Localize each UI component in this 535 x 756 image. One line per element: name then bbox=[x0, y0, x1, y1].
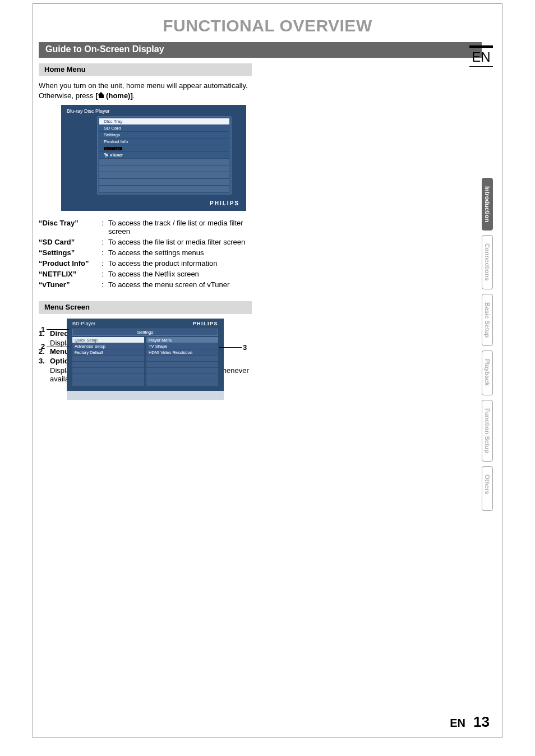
def-row: “SD Card”:To access the file list or med… bbox=[39, 238, 257, 246]
def-desc: To access the settings menus bbox=[108, 248, 257, 257]
definition-list: “Disc Tray”:To access the track / file l… bbox=[39, 219, 257, 289]
tv-header: Blu-ray Disc Player bbox=[61, 105, 246, 115]
tv-row-vtuner: 📡 vTuner bbox=[99, 152, 229, 159]
tv-row-product-info: Product Info bbox=[99, 139, 229, 145]
tv-row-empty bbox=[99, 165, 229, 172]
tv-row-empty bbox=[99, 159, 229, 165]
intro-home-label: (home)] bbox=[104, 91, 133, 100]
tv-brand: PHILIPS bbox=[61, 199, 246, 211]
tv-row-netflix: NETFLIX bbox=[99, 145, 229, 152]
footer-page-number: 13 bbox=[473, 713, 490, 731]
tab-function-setup[interactable]: Function Setup bbox=[482, 400, 493, 462]
menu-screen-screenshot: BD-Player PHILIPS Settings Quick Setup A… bbox=[67, 319, 224, 400]
intro-part-1: When you turn on the unit, home menu wil… bbox=[39, 81, 248, 100]
netflix-badge: NETFLIX bbox=[104, 147, 122, 150]
section-guide: Guide to On-Screen Display bbox=[39, 42, 482, 58]
def-term-netflix: “NETFLIX” bbox=[39, 270, 102, 278]
def-row: “NETFLIX”:To access the Netflix screen bbox=[39, 270, 257, 278]
menu-tv-brand: PHILIPS bbox=[192, 321, 218, 326]
tv-row-empty bbox=[99, 186, 229, 192]
menu-row-tv-shape: TV Shape bbox=[146, 343, 218, 349]
def-row: “Product Info”:To access the product inf… bbox=[39, 259, 257, 268]
def-row: “Disc Tray”:To access the track / file l… bbox=[39, 219, 257, 236]
def-desc: To access the product information bbox=[108, 259, 257, 268]
def-row: “Settings”:To access the settings menus bbox=[39, 248, 257, 257]
language-code: EN bbox=[472, 49, 490, 64]
menu-row-empty bbox=[72, 380, 144, 386]
menu-row-empty bbox=[146, 374, 218, 380]
menu-row-empty bbox=[146, 368, 218, 374]
tab-basic-setup[interactable]: Basic Setup bbox=[482, 294, 493, 346]
menu-row-hdmi: HDMI Video Resolution bbox=[146, 349, 218, 356]
menu-row-empty bbox=[146, 356, 218, 362]
side-tabs: Introduction Connections Basic Setup Pla… bbox=[482, 178, 493, 511]
tab-others[interactable]: Others bbox=[482, 466, 493, 511]
menu-row-empty bbox=[72, 374, 144, 380]
list-num-3: 3. bbox=[39, 357, 50, 365]
menu-row-player-menu: Player Menu bbox=[146, 337, 218, 343]
subsection-menu-screen: Menu Screen bbox=[39, 301, 252, 314]
def-term-disc-tray: “Disc Tray” bbox=[39, 219, 102, 227]
menu-row-empty bbox=[146, 362, 218, 368]
def-desc: To access the Netflix screen bbox=[108, 270, 257, 278]
vtuner-badge: 📡 vTuner bbox=[104, 153, 123, 158]
menu-footer-bar bbox=[67, 391, 224, 400]
page-title: FUNCTIONAL OVERVIEW bbox=[33, 16, 502, 35]
menu-row-advanced-setup: Advanced Setup bbox=[72, 343, 144, 349]
def-row: “vTuner”:To access the menu screen of vT… bbox=[39, 280, 257, 289]
home-menu-screenshot: Blu-ray Disc Player Disc Tray SD Card Se… bbox=[61, 105, 246, 211]
menu-row-factory-default: Factory Default bbox=[72, 349, 144, 356]
breadcrumb: Settings bbox=[72, 329, 218, 336]
page-footer: EN 13 bbox=[450, 713, 490, 731]
menu-row-empty bbox=[72, 356, 144, 362]
home-icon bbox=[98, 93, 104, 99]
def-term-settings: “Settings” bbox=[39, 248, 102, 257]
tv-row-empty bbox=[99, 172, 229, 179]
callout-1: 1 bbox=[41, 325, 45, 334]
tv-row-empty bbox=[99, 179, 229, 186]
page-frame: FUNCTIONAL OVERVIEW EN Guide to On-Scree… bbox=[33, 3, 502, 738]
language-badge: EN bbox=[469, 45, 493, 67]
subsection-home-menu: Home Menu bbox=[39, 63, 252, 76]
tv-row-settings: Settings bbox=[99, 132, 229, 139]
tv-row-sd-card: SD Card bbox=[99, 125, 229, 132]
menu-right-col: Player Menu TV Shape HDMI Video Resoluti… bbox=[146, 337, 218, 386]
intro-period: . bbox=[133, 91, 135, 100]
footer-lang: EN bbox=[450, 717, 465, 730]
tab-connections[interactable]: Connections bbox=[482, 235, 493, 289]
callout-3: 3 bbox=[243, 343, 247, 352]
menu-row-empty bbox=[146, 380, 218, 386]
menu-row-quick-setup: Quick Setup bbox=[72, 337, 144, 343]
tv-row-disc-tray: Disc Tray bbox=[99, 118, 229, 125]
menu-left-col: Quick Setup Advanced Setup Factory Defau… bbox=[72, 337, 144, 386]
menu-row-empty bbox=[72, 368, 144, 374]
def-desc: To access the track / file list or media… bbox=[108, 219, 257, 236]
tab-playback[interactable]: Playback bbox=[482, 351, 493, 395]
def-term-sd-card: “SD Card” bbox=[39, 238, 102, 246]
def-term-vtuner: “vTuner” bbox=[39, 280, 102, 289]
menu-row-empty bbox=[72, 362, 144, 368]
def-term-product-info: “Product Info” bbox=[39, 259, 102, 268]
callout-2: 2 bbox=[41, 342, 45, 351]
def-desc: To access the menu screen of vTuner bbox=[108, 280, 257, 289]
def-desc: To access the file list or media filter … bbox=[108, 238, 257, 246]
menu-tv-header: BD-Player bbox=[72, 321, 95, 326]
intro-paragraph: When you turn on the unit, home menu wil… bbox=[39, 81, 252, 100]
tab-introduction[interactable]: Introduction bbox=[482, 178, 493, 231]
